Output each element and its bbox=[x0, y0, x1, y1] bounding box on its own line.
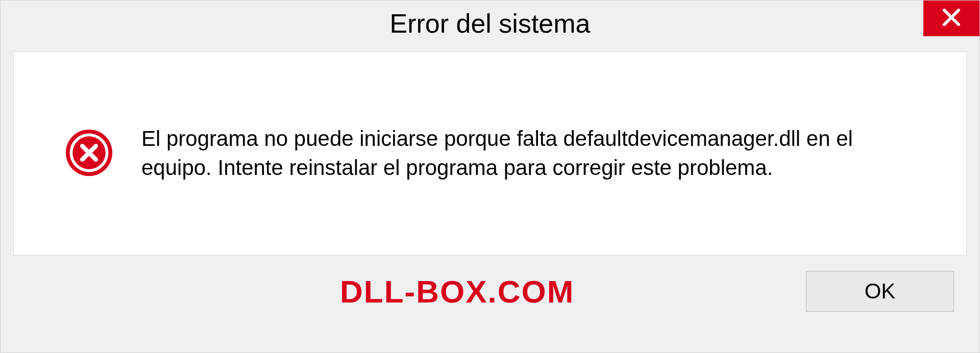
close-icon bbox=[941, 7, 962, 30]
error-icon bbox=[65, 129, 113, 179]
ok-button[interactable]: OK bbox=[806, 271, 954, 312]
watermark-text: DLL-BOX.COM bbox=[340, 273, 574, 310]
dialog-content: El programa no puede iniciarse porque fa… bbox=[13, 52, 967, 256]
titlebar: Error del sistema bbox=[1, 1, 979, 46]
close-button[interactable] bbox=[923, 1, 979, 36]
dialog-title: Error del sistema bbox=[1, 8, 979, 39]
error-dialog: Error del sistema El programa no puede i… bbox=[0, 0, 980, 353]
error-message: El programa no puede iniciarse porque fa… bbox=[141, 124, 925, 182]
dialog-footer: DLL-BOX.COM OK bbox=[1, 256, 979, 312]
